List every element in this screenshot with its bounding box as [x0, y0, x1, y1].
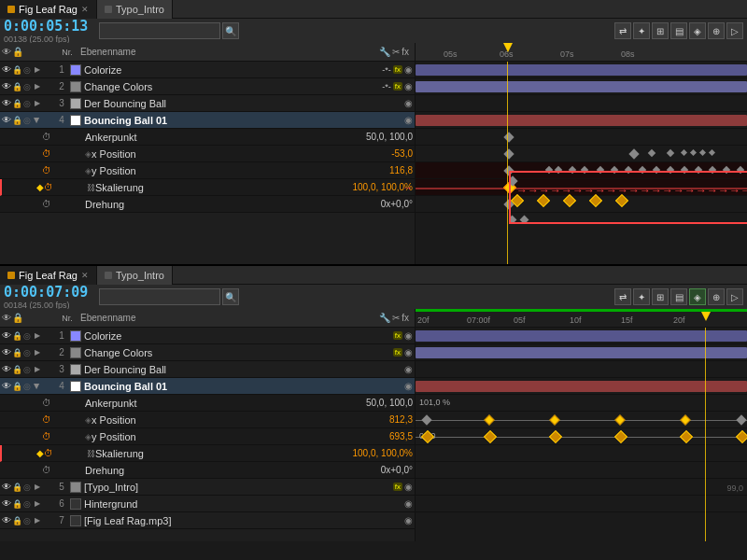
layer-row-4[interactable]: 👁 🔒 ◎ ▶ 4 Bouncing Ball 01 ◉: [0, 112, 415, 129]
layer-row-3[interactable]: 👁 🔒 ◎ ▶ 3 Der Bouncing Ball ◉: [0, 95, 415, 112]
kf-2-y-f[interactable]: [736, 430, 747, 443]
kf-2-y-d[interactable]: [614, 430, 627, 443]
layer-row-2-1[interactable]: 👁 🔒 ◎ ▶ 1 Colorize fx ◉: [0, 328, 415, 344]
kf-box-1a[interactable]: [509, 175, 518, 186]
kf-xpos-1h[interactable]: [709, 149, 715, 156]
kf-xpos-1b[interactable]: [628, 148, 639, 159]
tab-typo-intro-2[interactable]: Typo_Intro: [97, 266, 173, 285]
eye-icon-4[interactable]: 👁: [2, 115, 11, 125]
expand-2-5[interactable]: ▶: [32, 482, 43, 493]
layer-row-2-3[interactable]: 👁 🔒 ◎ ▶ 3 Der Bouncing Ball ◉: [0, 361, 415, 378]
layer-row-2-5[interactable]: 👁 🔒 ◎ ▶ 5 [Typo_Intro] fx ◉: [0, 479, 415, 496]
solo-icon-3[interactable]: ◎: [23, 99, 31, 108]
layer-row-2-2[interactable]: 👁 🔒 ◎ ▶ 2 Change Colors fx ◉: [0, 344, 415, 361]
kf-box-skal-a[interactable]: [511, 194, 524, 207]
eye-2-4[interactable]: 👁: [2, 381, 11, 391]
tab-fig-leaf-rag-2[interactable]: Fig Leaf Rag ✕: [0, 266, 97, 285]
lock-2-6[interactable]: 🔒: [12, 499, 22, 509]
kf-2-x-a[interactable]: [421, 414, 431, 425]
expand-3[interactable]: ▶: [32, 98, 43, 109]
lock-2-1[interactable]: 🔒: [12, 331, 22, 341]
tab-close-2[interactable]: ✕: [81, 271, 89, 280]
lock-icon-2[interactable]: 🔒: [12, 82, 22, 91]
kf-xpos-1a[interactable]: [503, 148, 514, 159]
solo-icon-4[interactable]: ◎: [23, 116, 31, 125]
kf-xpos-1f[interactable]: [690, 149, 697, 156]
tool-btn-2b[interactable]: ✦: [633, 288, 650, 305]
expand-2-7[interactable]: ▶: [32, 515, 43, 526]
expand-2[interactable]: ▶: [32, 81, 43, 92]
sw-2-y[interactable]: ⏱: [42, 431, 51, 441]
tool-btn-5[interactable]: ◈: [689, 22, 706, 39]
search-btn-1[interactable]: 🔍: [222, 22, 239, 39]
kf-2-y-e[interactable]: [680, 430, 693, 443]
eye-icon-3[interactable]: 👁: [2, 98, 11, 108]
lock-2-2[interactable]: 🔒: [12, 348, 22, 357]
tab-fig-leaf-rag-1[interactable]: Fig Leaf Rag ✕: [0, 0, 97, 19]
layer-row-2[interactable]: 👁 🔒 ◎ ▶ 2 Change Colors -*- fx ◉: [0, 78, 415, 95]
sw-2-s[interactable]: ⏱: [44, 448, 53, 458]
tool-btn-2f[interactable]: ⊕: [708, 288, 725, 305]
search-btn-2[interactable]: 🔍: [222, 288, 239, 305]
eye-2-6[interactable]: 👁: [2, 498, 11, 509]
eye-2-3[interactable]: 👁: [2, 364, 11, 374]
lock-icon-3[interactable]: 🔒: [12, 99, 22, 108]
sub-row-2-xpos[interactable]: ⏱ ◈ x Position 812,3: [0, 412, 415, 428]
search-input-2[interactable]: [99, 288, 220, 305]
sub-row-ankerpunkt-1[interactable]: ⏱ Ankerpunkt 50,0, 100,0: [0, 129, 415, 146]
sub-row-2-ankerpunkt[interactable]: ⏱ Ankerpunkt 50,0, 100,0: [0, 395, 415, 412]
solo-2-1[interactable]: ◎: [23, 331, 31, 341]
layer-row-2-6[interactable]: 👁 🔒 ◎ ▶ 6 Hintergrund ◉: [0, 496, 415, 512]
eye-icon-1[interactable]: 👁: [2, 64, 11, 75]
kf-box-skal-e[interactable]: [615, 194, 628, 207]
tool-btn-2e[interactable]: ◈: [689, 288, 706, 305]
sub-row-drehung-1[interactable]: ⏱ Drehung 0x+0,0°: [0, 196, 415, 213]
tool-btn-2a[interactable]: ⇄: [614, 288, 631, 305]
sub-row-2-skalierung[interactable]: ◆ ⏱ ⛓ Skalierung 100,0, 100,0%: [0, 445, 415, 462]
expand-4[interactable]: ▶: [32, 115, 43, 126]
eye-2-1[interactable]: 👁: [2, 330, 11, 341]
lock-2-7[interactable]: 🔒: [12, 516, 22, 525]
tab-close-1[interactable]: ✕: [81, 5, 89, 14]
solo-2-7[interactable]: ◎: [23, 516, 31, 525]
tool-btn-4[interactable]: ▤: [670, 22, 687, 39]
sw-2-a[interactable]: ⏱: [42, 398, 51, 408]
tool-btn-6[interactable]: ⊕: [708, 22, 725, 39]
kf-xpos-1e[interactable]: [681, 149, 687, 156]
kf-2-y-b[interactable]: [484, 430, 497, 443]
tool-btn-2[interactable]: ✦: [633, 22, 650, 39]
lock-2-3[interactable]: 🔒: [12, 365, 22, 374]
eye-2-2[interactable]: 👁: [2, 347, 11, 357]
layer-row-2-4[interactable]: 👁 🔒 ◎ ▶ 4 Bouncing Ball 01 ◉: [0, 378, 415, 395]
kf-box-skal-b[interactable]: [537, 194, 550, 207]
kf-2-x-f[interactable]: [736, 414, 746, 425]
expand-2-6[interactable]: ▶: [32, 498, 43, 510]
sub-row-xpos-1[interactable]: ⏱ ◈ x Position -53,0: [0, 146, 415, 162]
sub-row-skalierung-1[interactable]: ◆ ⏱ ⛓ Skalierung 100,0, 100,0% →: [0, 179, 415, 196]
kf-xpos-1c[interactable]: [648, 149, 655, 157]
lock-2-4[interactable]: 🔒: [12, 382, 22, 391]
stopwatch-dreh-1[interactable]: ⏱: [42, 199, 51, 209]
kf-2-y-c[interactable]: [549, 430, 562, 443]
tool-btn-7[interactable]: ▷: [726, 22, 743, 39]
expand-2-4[interactable]: ▶: [32, 381, 43, 392]
expand-2-1[interactable]: ▶: [32, 330, 43, 342]
stopwatch-ankerpunkt-1[interactable]: ⏱: [42, 132, 51, 142]
sub-row-ypos-1[interactable]: ⏱ ◈ y Position 116,8: [0, 162, 415, 179]
kf-xpos-1d[interactable]: [667, 149, 674, 157]
solo-icon-1[interactable]: ◎: [23, 65, 31, 75]
layer-row-1[interactable]: 👁 🔒 ◎ ▶ 1 Colorize -*- fx ◉: [0, 62, 415, 78]
solo-2-3[interactable]: ◎: [23, 365, 31, 374]
diamond-2-s[interactable]: ◆: [36, 448, 44, 458]
kf-xpos-1g[interactable]: [699, 149, 706, 156]
expand-2-3[interactable]: ▶: [32, 364, 43, 375]
lock-icon-4[interactable]: 🔒: [12, 116, 22, 125]
eye-2-7[interactable]: 👁: [2, 515, 11, 525]
kf-box-skal-c[interactable]: [563, 194, 576, 207]
tool-btn-1[interactable]: ⇄: [614, 22, 631, 39]
kf-2-x-b[interactable]: [484, 414, 494, 425]
stopwatch-skal-1[interactable]: ⏱: [44, 182, 53, 192]
lock-2-5[interactable]: 🔒: [12, 483, 22, 492]
kf-2-x-c[interactable]: [549, 414, 559, 425]
solo-icon-2[interactable]: ◎: [23, 82, 31, 91]
